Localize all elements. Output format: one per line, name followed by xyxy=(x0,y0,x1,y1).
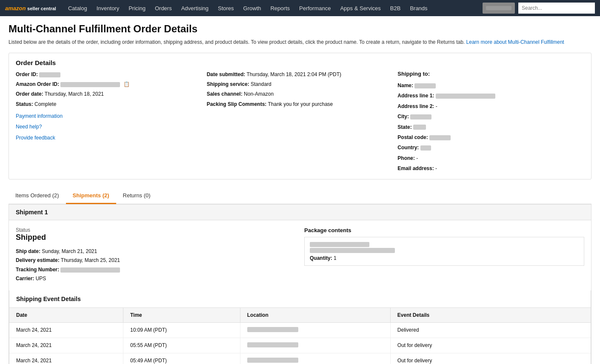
ship-name: Name: xyxy=(397,81,584,90)
page-title: Multi-Channel Fulfillment Order Details xyxy=(9,23,591,35)
event-location xyxy=(240,322,390,338)
event-date: March 24, 2021 xyxy=(9,322,123,338)
nav-stores[interactable]: Stores xyxy=(214,0,238,16)
shipment-section: Shipment 1 Status Shipped Ship date: Sun… xyxy=(9,204,591,364)
events-header: Shipping Event Details xyxy=(9,290,591,308)
nav-pricing[interactable]: Pricing xyxy=(124,0,150,16)
search-input[interactable] xyxy=(518,3,595,14)
learn-more-link[interactable]: Learn more about Multi-Channel Fulfillme… xyxy=(466,39,564,45)
need-help-link[interactable]: Need help? xyxy=(16,124,42,130)
ship-address2: Address line 2: - xyxy=(397,102,584,111)
nav-performance[interactable]: Performance xyxy=(295,0,335,16)
ship-email: Email address: - xyxy=(397,164,584,173)
profile-badge[interactable] xyxy=(483,3,515,14)
amazon-order-id-value xyxy=(60,82,120,87)
page-content: Multi-Channel Fulfillment Order Details … xyxy=(0,16,600,364)
ship-phone: Phone: - xyxy=(397,154,584,162)
ship-state: State: xyxy=(397,123,584,131)
event-date: March 24, 2021 xyxy=(9,338,123,353)
order-details-section: Order Details Order ID: Amazon Order ID:… xyxy=(9,53,591,179)
col-date: Date xyxy=(9,308,123,323)
location-blurred xyxy=(247,358,298,363)
nav-brands[interactable]: Brands xyxy=(406,0,431,16)
ship-name-value xyxy=(414,83,436,88)
nav-growth[interactable]: Growth xyxy=(239,0,266,16)
ship-city: City: xyxy=(397,112,584,121)
table-row: March 24, 202105:55 AM (PDT)Out for deli… xyxy=(9,338,591,353)
packing-slip-field: Packing Slip Comments: Thank you for you… xyxy=(207,100,394,108)
package-product-name[interactable] xyxy=(310,247,579,253)
nav-catalog[interactable]: Catalog xyxy=(64,0,91,16)
events-table: Date Time Location Event Details March 2… xyxy=(9,308,591,364)
ship-state-value xyxy=(413,125,426,130)
nav-inventory[interactable]: Inventory xyxy=(92,0,123,16)
event-location xyxy=(240,338,390,353)
ship-info: Ship date: Sunday, March 21, 2021 Delive… xyxy=(16,247,296,284)
event-detail: Out for delivery xyxy=(390,353,591,364)
ship-country: Country: xyxy=(397,143,584,152)
shipment-status-col: Status Shipped Ship date: Sunday, March … xyxy=(16,227,296,284)
order-id-value xyxy=(39,72,60,77)
col-location: Location xyxy=(240,308,390,323)
status-label: Status xyxy=(16,227,296,233)
logo-area[interactable]: amazon seller central xyxy=(5,5,56,11)
shipping-events: Shipping Event Details Date Time Locatio… xyxy=(9,290,591,364)
package-col: Package contents Quantity: xyxy=(304,227,584,284)
event-time: 05:49 AM (PDT) xyxy=(123,353,240,364)
nav-reports[interactable]: Reports xyxy=(266,0,294,16)
shipment-grid: Status Shipped Ship date: Sunday, March … xyxy=(16,227,584,284)
shipping-to-col: Shipping to: Name: Address line 1: Addre… xyxy=(397,71,584,173)
tracking-value xyxy=(60,267,120,273)
amazon-order-id-field: Amazon Order ID: 📋 xyxy=(16,80,203,88)
logo: amazon seller central xyxy=(5,5,56,11)
event-location xyxy=(240,353,390,364)
order-date-field: Order date: Thursday, March 18, 2021 xyxy=(16,90,203,98)
package-title: Package contents xyxy=(304,227,584,233)
nav-advertising[interactable]: Advertising xyxy=(177,0,213,16)
tab-items-ordered[interactable]: Items Ordered (2) xyxy=(9,188,66,204)
col-time: Time xyxy=(123,308,240,323)
location-blurred xyxy=(247,327,298,332)
ship-postal: Postal code: xyxy=(397,133,584,142)
page-subtitle: Listed below are the details of the orde… xyxy=(9,38,591,46)
copy-icon[interactable]: 📋 xyxy=(123,81,130,87)
nav-b2b[interactable]: B2B xyxy=(386,0,405,16)
table-row: March 24, 202105:49 AM (PDT)Out for deli… xyxy=(9,353,591,364)
events-tbody: March 24, 202110:09 AM (PDT)DeliveredMar… xyxy=(9,322,591,364)
ship-address1: Address line 1: xyxy=(397,91,584,100)
tabs-container: Items Ordered (2) Shipments (2) Returns … xyxy=(9,188,591,204)
status-field: Status: Complete xyxy=(16,100,203,108)
package-box: Quantity: 1 xyxy=(304,237,584,266)
table-row: March 24, 202110:09 AM (PDT)Delivered xyxy=(9,322,591,338)
nav-apps-services[interactable]: Apps & Services xyxy=(336,0,385,16)
main-nav: Catalog Inventory Pricing Orders Adverti… xyxy=(64,0,483,16)
sales-channel-field: Sales channel: Non-Amazon xyxy=(207,90,394,98)
event-time: 05:55 AM (PDT) xyxy=(123,338,240,353)
ship-country-value xyxy=(420,145,431,151)
ship-addr1-value xyxy=(436,94,495,99)
nav-orders[interactable]: Orders xyxy=(151,0,176,16)
payment-info-link[interactable]: Payment information xyxy=(16,113,63,119)
event-detail: Delivered xyxy=(390,322,591,338)
date-submitted-field: Date submitted: Thursday, March 18, 2021… xyxy=(207,71,394,79)
package-qty: Quantity: 1 xyxy=(310,255,579,261)
location-blurred xyxy=(247,342,298,347)
order-mid-col: Date submitted: Thursday, March 18, 2021… xyxy=(207,71,394,173)
order-left-col: Order ID: Amazon Order ID: 📋 Order date:… xyxy=(16,71,203,173)
tab-returns[interactable]: Returns (0) xyxy=(116,188,157,204)
col-event: Event Details xyxy=(390,308,591,323)
shipment-header: Shipment 1 xyxy=(9,205,591,220)
shipment-body: Status Shipped Ship date: Sunday, March … xyxy=(9,220,591,290)
event-time: 10:09 AM (PDT) xyxy=(123,322,240,338)
event-detail: Out for delivery xyxy=(390,338,591,353)
order-id-field: Order ID: xyxy=(16,71,203,79)
header: amazon seller central Catalog Inventory … xyxy=(0,0,600,16)
event-date: March 24, 2021 xyxy=(9,353,123,364)
provide-feedback-link[interactable]: Provide feedback xyxy=(16,135,55,141)
tab-shipments[interactable]: Shipments (2) xyxy=(66,188,116,204)
ship-city-value xyxy=(410,114,431,119)
shipping-service-field: Shipping service: Standard xyxy=(207,80,394,88)
status-value: Shipped xyxy=(16,233,296,242)
package-id xyxy=(310,242,579,247)
order-details-title: Order Details xyxy=(16,59,584,66)
